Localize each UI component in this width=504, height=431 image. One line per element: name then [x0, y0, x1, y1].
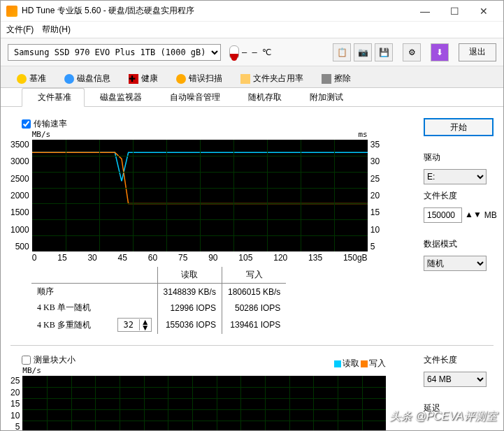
file-length-input[interactable] — [424, 207, 462, 223]
titlebar: HD Tune 专业版 5.60 - 硬盘/固态硬盘实用程序 — ☐ ✕ — [1, 1, 503, 22]
folder-icon — [240, 74, 250, 84]
blocksize-chart: 252015105 MB/s 读取 写入 0.51248163264128256… — [10, 367, 417, 431]
transfer-rate-checkbox[interactable]: 传输速率 — [22, 118, 417, 130]
device-select[interactable]: Samsung SSD 970 EVO Plus 1TB (1000 gB) — [8, 44, 221, 61]
tab-benchmark[interactable]: 基准 — [8, 69, 55, 87]
options-button[interactable]: ⚙ — [403, 43, 421, 61]
tab-diskinfo[interactable]: 磁盘信息 — [55, 69, 120, 87]
close-button[interactable]: ✕ — [470, 3, 498, 20]
tab-row-1: 基准 磁盘信息 ✚健康 错误扫描 文件夹占用率 擦除 — [1, 66, 503, 88]
start-button[interactable]: 开始 — [424, 118, 494, 136]
tab-errorscan[interactable]: 错误扫描 — [167, 69, 231, 87]
search-icon — [176, 74, 186, 84]
tab-health[interactable]: ✚健康 — [120, 69, 167, 87]
tab-row-2: 文件基准 磁盘监视器 自动噪音管理 随机存取 附加测试 — [1, 88, 503, 107]
queue-depth-spinner[interactable]: ▲▼ — [117, 318, 152, 332]
menubar: 文件(F) 帮助(H) — [1, 22, 503, 38]
tab-erase[interactable]: 擦除 — [312, 69, 360, 87]
info-icon — [64, 74, 74, 84]
copy-info-button[interactable]: 📋 — [333, 43, 351, 61]
tab-folderusage[interactable]: 文件夹占用率 — [231, 69, 312, 87]
menu-help[interactable]: 帮助(H) — [42, 24, 71, 36]
bulb-icon — [17, 74, 27, 84]
results-table: 读取写入 顺序3148839 KB/s1806015 KB/s 4 KB 单一随… — [31, 267, 286, 334]
tab-disk-monitor[interactable]: 磁盘监视器 — [85, 88, 154, 106]
thermometer-icon — [229, 45, 239, 59]
toolbar: Samsung SSD 970 EVO Plus 1TB (1000 gB) —… — [1, 38, 503, 66]
tab-random-access[interactable]: 随机存取 — [233, 88, 294, 106]
tab-extra-tests[interactable]: 附加测试 — [294, 88, 356, 106]
trash-icon — [322, 74, 331, 84]
data-mode-select[interactable]: 随机 — [424, 256, 487, 271]
maximize-button[interactable]: ☐ — [440, 3, 468, 20]
app-icon — [6, 6, 17, 17]
tab-aam[interactable]: 自动噪音管理 — [154, 88, 233, 106]
save-screenshot-button[interactable]: 💾 — [375, 43, 393, 61]
drive-select[interactable]: E: — [424, 169, 487, 184]
window-title: HD Tune 专业版 5.60 - 硬盘/固态硬盘实用程序 — [22, 5, 411, 17]
minimize-button[interactable]: — — [411, 3, 439, 20]
tab-file-benchmark[interactable]: 文件基准 — [22, 88, 85, 107]
minimize-tray-button[interactable]: ⬇ — [431, 43, 449, 61]
copy-screenshot-button[interactable]: 📷 — [354, 43, 372, 61]
file-length-2-select[interactable]: 64 MB — [424, 372, 487, 387]
chart-legend: 读取 写入 — [334, 358, 386, 370]
temperature-display: — — ℃ — [229, 45, 271, 59]
transfer-chart: 350030002500200015001000500 MB/s ms 0153… — [10, 131, 417, 264]
health-icon: ✚ — [129, 74, 138, 84]
menu-file[interactable]: 文件(F) — [6, 24, 34, 36]
exit-button[interactable]: 退出 — [459, 43, 496, 61]
